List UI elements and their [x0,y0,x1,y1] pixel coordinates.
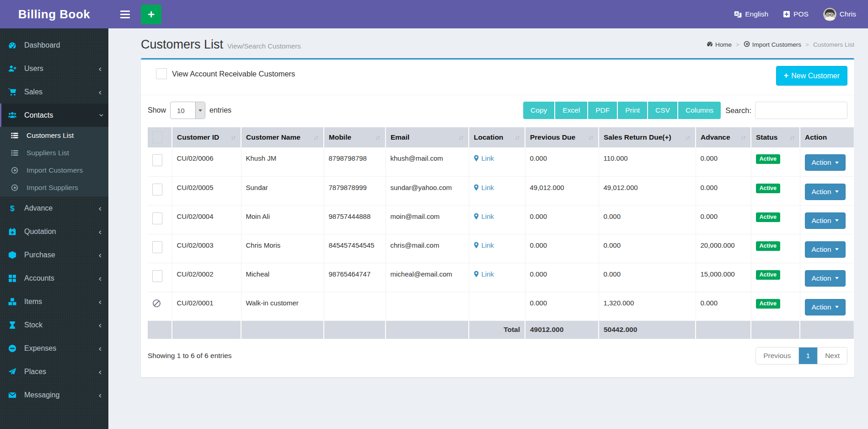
sidebar-subitem-suppliers-list[interactable]: Suppliers List [0,144,108,162]
column-header-customer-id[interactable]: Customer ID↓↑ [172,127,241,147]
column-header-label: Sales Return Due(+) [604,133,671,141]
customers-table: Customer ID↓↑Customer Name↓↑Mobile↓↑Emai… [148,127,854,339]
action-button[interactable]: Action [805,270,846,287]
cell-customer-id: CU/02/0004 [172,205,241,234]
import-icon [11,167,23,174]
cell-action: Action [800,234,854,263]
action-button[interactable]: Action [805,184,846,200]
column-header-previous-due[interactable]: Previous Due↓↑ [525,127,599,147]
map-pin-icon [474,242,479,249]
sidebar-subitem-import-suppliers[interactable]: Import Suppliers [0,179,108,196]
column-header-customer-name[interactable]: Customer Name↓↑ [241,127,324,147]
sidebar-item-contacts[interactable]: Contacts‹ [0,103,108,127]
breadcrumb-item-import-customers[interactable]: Import Customers [744,41,801,49]
location-link[interactable]: Link [474,270,494,278]
sidebar-item-items[interactable]: Items‹ [0,290,108,313]
action-button[interactable]: Action [805,241,846,258]
map-pin-icon [474,271,479,277]
sort-icon: ↓↑ [589,134,594,141]
sidebar-submenu: Customers ListSuppliers ListImport Custo… [0,127,108,196]
cell-location: Link [469,263,525,292]
action-button[interactable]: Action [805,154,846,171]
row-checkbox[interactable] [152,154,162,166]
cell-advance: 0.000 [696,205,751,234]
export-button-pdf[interactable]: PDF [588,102,618,119]
new-customer-button[interactable]: +New Customer [776,66,847,86]
pagination-previous[interactable]: Previous [756,348,798,364]
location-link[interactable]: Link [474,154,494,162]
topbar: + A English POS [108,0,868,28]
sidebar-item-messaging[interactable]: Messaging‹ [0,383,108,407]
sidebar-subitem-customers-list[interactable]: Customers List [0,127,108,144]
sidebar-item-accounts[interactable]: Accounts‹ [0,266,108,290]
cell-customer-name: Khush JM [241,147,324,176]
cell-sales-return-due: 49,012.000 [599,176,696,205]
export-button-print[interactable]: Print [618,102,648,119]
pagination: Previous 1 Next [755,347,847,364]
sidebar-subitem-import-customers[interactable]: Import Customers [0,162,108,179]
export-button-csv[interactable]: CSV [648,102,678,119]
sidebar-item-places[interactable]: Places‹ [0,360,108,383]
sidebar-item-dashboard[interactable]: Dashboard [0,34,108,57]
status-badge: Active [756,212,781,222]
location-link[interactable]: Link [474,212,494,220]
sidebar-item-users[interactable]: Users‹ [0,57,108,80]
pagination-page-1[interactable]: 1 [798,348,818,364]
column-header-advance[interactable]: Advance↓↑ [696,127,751,147]
receivable-checkbox[interactable] [156,68,167,79]
row-checkbox[interactable] [152,212,162,224]
page-length-control: Show 10 entries [148,102,231,119]
row-checkbox[interactable] [152,241,162,253]
breadcrumb-item-home[interactable]: Home [707,41,732,49]
sidebar-item-quotation[interactable]: Quotation‹ [0,220,108,243]
row-checkbox[interactable] [152,184,162,195]
select-all-checkbox[interactable] [152,131,162,143]
chevron-left-icon: ‹ [99,344,102,353]
export-button-excel[interactable]: Excel [555,102,588,119]
card-top-row: View Account Receivable Customers +New C… [141,60,854,95]
grid-icon [8,274,21,282]
action-button[interactable]: Action [805,299,846,315]
hamburger-menu-icon[interactable] [118,8,132,21]
breadcrumb-separator: > [805,41,809,48]
column-header-location[interactable]: Location↓↑ [469,127,525,147]
pagination-next[interactable]: Next [817,348,847,364]
dollar-icon: $ [8,204,21,212]
column-header-status[interactable]: Status↓↑ [751,127,800,147]
cell-sales-return-due: 0.000 [599,234,696,263]
column-header-mobile[interactable]: Mobile↓↑ [324,127,386,147]
row-select-cell [148,292,172,320]
location-link[interactable]: Link [474,241,494,249]
user-menu[interactable]: Chris [823,8,856,21]
export-button-columns[interactable]: Columns [678,102,721,119]
cell-status: Active [751,292,800,320]
location-link[interactable]: Link [474,184,494,191]
breadcrumb-item-customers-list: Customers List [813,41,854,48]
action-button[interactable]: Action [805,212,846,229]
row-checkbox[interactable] [152,270,162,282]
sidebar-item-expenses[interactable]: Expenses‹ [0,337,108,360]
sidebar-item-sales[interactable]: Sales‹ [0,80,108,103]
table-row: CU/02/0002Micheal98765464747micheal@emai… [148,263,854,292]
cell-status: Active [751,147,800,176]
cell-advance: 0.000 [696,292,751,320]
pos-menu[interactable]: POS [783,10,809,18]
column-header-sales-return-due[interactable]: Sales Return Due(+)↓↑ [599,127,696,147]
status-badge: Active [756,184,781,193]
sidebar-item-purchase[interactable]: Purchase‹ [0,243,108,266]
select-all-header[interactable] [148,127,172,147]
quick-add-button[interactable]: + [141,5,161,24]
export-button-copy[interactable]: Copy [523,102,555,119]
sidebar-item-label: Purchase [24,251,55,259]
cell-mobile: 845457454545 [324,234,386,263]
cell-mobile [324,292,386,320]
sort-icon: ↓↑ [515,134,520,141]
language-menu[interactable]: A English [734,10,768,18]
page-length-select[interactable]: 10 [170,102,205,119]
sidebar-menu: DashboardUsers‹Sales‹Contacts‹Customers … [0,28,108,407]
column-header-email[interactable]: Email↓↑ [386,127,469,147]
sidebar-item-stock[interactable]: Stock‹ [0,313,108,337]
search-input[interactable] [755,102,847,119]
total-label: Total [469,320,525,339]
sidebar-item-advance[interactable]: $Advance‹ [0,196,108,220]
